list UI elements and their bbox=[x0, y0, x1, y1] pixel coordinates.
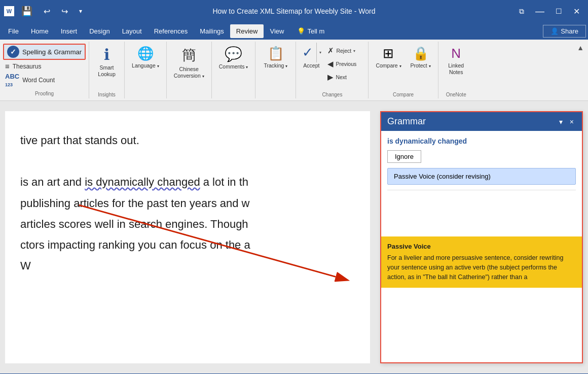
word-count-label: Word Count bbox=[22, 77, 55, 84]
ribbon-group-onenote: N LinkedNotes OneNote bbox=[438, 42, 474, 98]
menu-mailings[interactable]: Mailings bbox=[194, 24, 230, 38]
smart-lookup-label: SmartLookup bbox=[98, 64, 115, 77]
word-icon: W bbox=[4, 6, 14, 16]
protect-icon: 🔒 bbox=[413, 46, 429, 61]
grammar-pin-icon[interactable]: ▾ bbox=[557, 117, 565, 127]
share-icon: 👤 bbox=[550, 27, 559, 35]
spelling-grammar-button[interactable]: ✓ Spelling & Grammar bbox=[3, 44, 86, 60]
doc-line-6: ctors impacting ranking you can focus on… bbox=[20, 236, 355, 254]
changes-label: Changes bbox=[322, 90, 342, 97]
main-area: tive part that stands out. is an art and… bbox=[0, 101, 588, 373]
share-label: Share bbox=[561, 27, 578, 35]
prev-change-button[interactable]: ◀ Previous bbox=[324, 58, 365, 70]
tell-me-text: Tell m bbox=[307, 27, 324, 35]
smart-lookup-icon: ℹ bbox=[104, 46, 109, 63]
onenote-label: OneNote bbox=[446, 90, 466, 97]
ribbon-group-chinese: 簡 ChineseConversion ▾ bbox=[167, 42, 212, 98]
ribbon-group-changes: ✓ ▾ Accept ✗ Reject ▾ ◀ Previous ▶ bbox=[296, 42, 369, 98]
doc-line-7: W bbox=[20, 257, 355, 275]
reject-label: Reject bbox=[336, 48, 351, 54]
menu-file[interactable]: File bbox=[2, 24, 25, 38]
thesaurus-button[interactable]: ≡ Thesaurus bbox=[3, 61, 86, 72]
chinese-conversion-label: ChineseConversion ▾ bbox=[174, 66, 204, 79]
grammar-header-icons: ▾ × bbox=[557, 117, 576, 127]
menu-home[interactable]: Home bbox=[25, 24, 55, 38]
tell-me-input[interactable]: 💡 Tell m bbox=[292, 25, 329, 37]
doc-line-2 bbox=[20, 152, 355, 170]
compare-label: Compare ▾ bbox=[376, 62, 401, 69]
changes-small-col: ✗ Reject ▾ ◀ Previous ▶ Next bbox=[324, 45, 365, 83]
menu-view[interactable]: View bbox=[264, 24, 290, 38]
minimize-btn[interactable]: — bbox=[531, 8, 548, 15]
title-bar-left: W 💾 ↩ ↪ ▾ bbox=[4, 5, 86, 18]
linked-notes-button[interactable]: N LinkedNotes bbox=[444, 43, 469, 78]
word-count-icon: ABC123 bbox=[5, 73, 19, 88]
accept-button-group: ✓ ▾ bbox=[299, 43, 323, 62]
accept-label: Accept bbox=[303, 62, 319, 69]
compare-button[interactable]: ⊞ Compare ▾ bbox=[372, 43, 405, 72]
reject-arrow: ▾ bbox=[353, 49, 355, 53]
grammar-title: Grammar bbox=[387, 116, 426, 127]
document-page: tive part that stands out. is an art and… bbox=[5, 111, 370, 363]
grammar-explanation: Passive Voice For a livelier and more pe… bbox=[381, 236, 582, 288]
doc-line-5: articles scores well in search engines. … bbox=[20, 215, 355, 233]
grammar-empty-area bbox=[387, 190, 576, 230]
share-button[interactable]: 👤 Share bbox=[543, 25, 586, 38]
menu-references[interactable]: References bbox=[148, 24, 194, 38]
menu-layout[interactable]: Layout bbox=[116, 24, 148, 38]
grammar-explanation-title: Passive Voice bbox=[387, 243, 576, 250]
next-label: Next bbox=[336, 74, 347, 80]
compare-items: ⊞ Compare ▾ 🔒 Protect ▾ bbox=[372, 43, 434, 90]
document-area[interactable]: tive part that stands out. is an art and… bbox=[0, 101, 375, 373]
maximize-btn[interactable]: ☐ bbox=[552, 6, 566, 16]
tracking-button[interactable]: 📋 Tracking ▾ bbox=[260, 43, 292, 72]
grammar-ignore-button[interactable]: Ignore bbox=[387, 150, 421, 163]
restore-btn[interactable]: ⧉ bbox=[515, 6, 528, 17]
linked-notes-label: LinkedNotes bbox=[448, 62, 464, 75]
doc-line-1: tive part that stands out. bbox=[20, 131, 355, 149]
spelling-grammar-label: Spelling & Grammar bbox=[22, 48, 82, 56]
redo-btn[interactable]: ↪ bbox=[57, 6, 72, 17]
grammar-body: is dynamically changed Ignore Passive Vo… bbox=[381, 131, 582, 236]
close-btn[interactable]: ✕ bbox=[569, 6, 584, 17]
accept-button[interactable]: ✓ bbox=[299, 43, 316, 62]
grammar-suggestion-item[interactable]: Passive Voice (consider revising) bbox=[387, 168, 576, 185]
prev-label: Previous bbox=[336, 61, 356, 67]
next-change-button[interactable]: ▶ Next bbox=[324, 71, 365, 83]
menu-review[interactable]: Review bbox=[230, 24, 264, 38]
ribbon-group-proofing: ✓ Spelling & Grammar ≡ Thesaurus ABC123 … bbox=[0, 42, 89, 98]
window-title: How to Create XML Sitemap for Weebly Sit… bbox=[212, 7, 375, 15]
highlighted-phrase: is dynamically changed bbox=[85, 176, 200, 188]
next-icon: ▶ bbox=[327, 73, 334, 82]
tracking-label: Tracking ▾ bbox=[264, 62, 288, 69]
compare-icon: ⊞ bbox=[383, 46, 394, 61]
changes-items: ✓ ▾ Accept ✗ Reject ▾ ◀ Previous ▶ bbox=[299, 43, 365, 90]
ribbon-group-tracking: 📋 Tracking ▾ bbox=[255, 42, 296, 98]
grammar-close-icon[interactable]: × bbox=[568, 117, 576, 127]
tracking-icon: 📋 bbox=[268, 46, 284, 61]
undo-btn[interactable]: ↩ bbox=[40, 6, 54, 17]
reject-button[interactable]: ✗ Reject ▾ bbox=[324, 45, 365, 57]
accept-icon: ✓ bbox=[302, 45, 313, 60]
language-label: Language ▾ bbox=[132, 62, 159, 69]
language-icon: 🌐 bbox=[137, 46, 154, 61]
customize-btn[interactable]: ▾ bbox=[75, 7, 86, 16]
accept-dropdown[interactable]: ▾ bbox=[316, 43, 323, 62]
menu-design[interactable]: Design bbox=[83, 24, 116, 38]
chinese-conversion-button[interactable]: 簡 ChineseConversion ▾ bbox=[170, 43, 208, 82]
language-button[interactable]: 🌐 Language ▾ bbox=[128, 43, 163, 72]
compare-group-label: Compare bbox=[393, 90, 414, 97]
doc-line-3: is an art and is dynamically changed a l… bbox=[20, 173, 355, 191]
grammar-explanation-text: For a livelier and more persuasive sente… bbox=[387, 253, 576, 282]
menu-insert[interactable]: Insert bbox=[55, 24, 84, 38]
protect-button[interactable]: 🔒 Protect ▾ bbox=[407, 43, 435, 72]
word-count-button[interactable]: ABC123 Word Count bbox=[3, 72, 86, 89]
smart-lookup-button[interactable]: ℹ SmartLookup bbox=[94, 43, 119, 80]
ribbon-collapse-button[interactable]: ▲ bbox=[573, 42, 588, 54]
onenote-icon: N bbox=[451, 46, 461, 61]
reject-icon: ✗ bbox=[327, 46, 334, 55]
comments-icon: 💬 bbox=[225, 46, 242, 62]
comments-button[interactable]: 💬 Comments ▾ bbox=[215, 43, 252, 73]
save-btn[interactable]: 💾 bbox=[17, 5, 36, 18]
ribbon: ✓ Spelling & Grammar ≡ Thesaurus ABC123 … bbox=[0, 40, 588, 101]
